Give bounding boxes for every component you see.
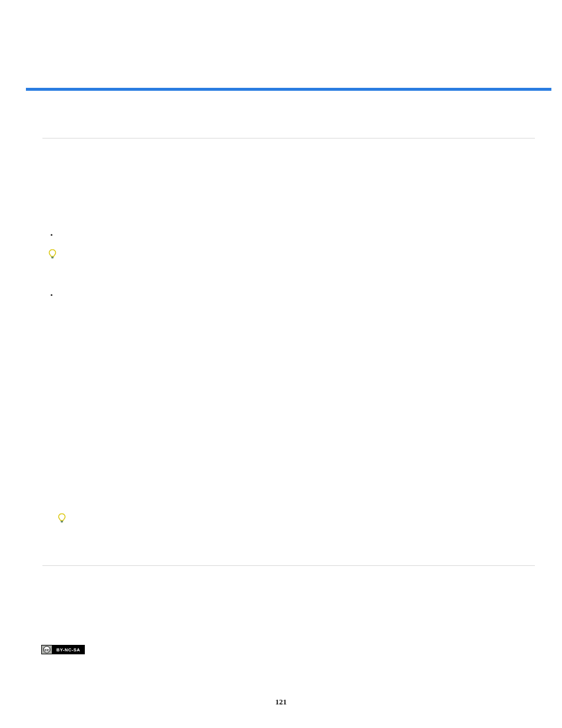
- page-number: 121: [0, 697, 562, 707]
- spacer: [60, 291, 533, 306]
- cc-license-badge[interactable]: cc BY-NC-SA: [41, 645, 85, 657]
- spacer: [62, 249, 533, 285]
- spacer: [70, 513, 533, 549]
- svg-rect-3: [61, 522, 62, 522]
- body-list-2: [47, 291, 533, 306]
- spacer: [47, 155, 533, 226]
- horizontal-rule-top: [42, 138, 535, 139]
- page: cc BY-NC-SA 121: [0, 0, 562, 728]
- tip-row: [47, 249, 533, 285]
- body-paragraph: [47, 309, 533, 510]
- body-list: [47, 230, 533, 246]
- list-item: [47, 291, 533, 306]
- svg-rect-0: [51, 257, 54, 258]
- svg-text:cc: cc: [45, 648, 49, 652]
- horizontal-rule-bottom: [42, 565, 535, 566]
- content-area: [42, 100, 535, 577]
- cc-badge-text: BY-NC-SA: [57, 647, 80, 653]
- intro-paragraph: [42, 155, 535, 549]
- spacer: [60, 230, 533, 246]
- lightbulb-icon: [48, 249, 57, 262]
- lightbulb-icon: [58, 513, 66, 526]
- spacer: [47, 309, 533, 510]
- list-item: [47, 230, 533, 246]
- svg-rect-2: [61, 521, 63, 522]
- svg-rect-1: [51, 258, 53, 258]
- header-rule: [26, 88, 551, 91]
- tip-row-indented: [47, 513, 533, 549]
